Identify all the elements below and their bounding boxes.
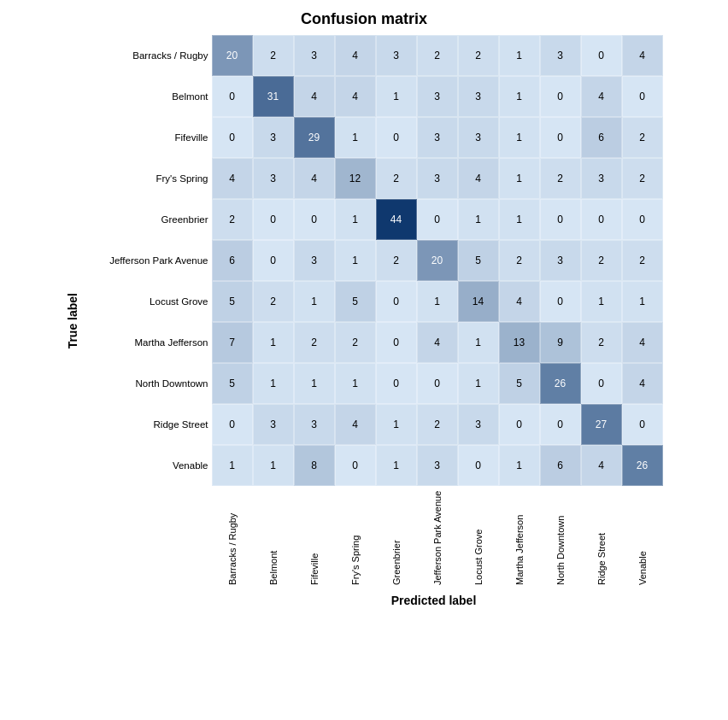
- matrix-cell: 26: [540, 363, 581, 404]
- col-label: Fifeville: [309, 486, 320, 588]
- matrix-cell: 7: [212, 322, 253, 363]
- matrix-cell: 1: [253, 322, 294, 363]
- row-label: North Downtown: [135, 363, 208, 404]
- matrix-cell: 3: [294, 35, 335, 76]
- matrix-cell: 20: [417, 240, 458, 281]
- matrix-cell: 1: [253, 445, 294, 486]
- matrix-cell: 4: [417, 322, 458, 363]
- matrix-cell: 0: [417, 199, 458, 240]
- matrix-cell: 1: [376, 404, 417, 445]
- matrix-cell: 3: [294, 404, 335, 445]
- matrix-cell: 3: [253, 117, 294, 158]
- chart-title: Confusion matrix: [301, 10, 427, 28]
- col-label: Fry's Spring: [350, 486, 361, 588]
- matrix-cell: 2: [335, 322, 376, 363]
- matrix-cell: 3: [417, 445, 458, 486]
- matrix-cell: 0: [212, 404, 253, 445]
- matrix-cell: 4: [335, 404, 376, 445]
- col-label: Venable: [637, 486, 648, 588]
- matrix-cell: 1: [581, 281, 622, 322]
- matrix-cell: 3: [458, 404, 499, 445]
- matrix-cell: 29: [294, 117, 335, 158]
- matrix-cell: 0: [622, 404, 663, 445]
- matrix-cell: 3: [376, 35, 417, 76]
- matrix-section: Barracks / RugbyBelmontFifevilleFry's Sp…: [85, 35, 663, 607]
- matrix-cell: 2: [458, 35, 499, 76]
- matrix-cell: 0: [376, 363, 417, 404]
- col-label: Jefferson Park Avenue: [432, 486, 443, 588]
- matrix-cell: 9: [540, 322, 581, 363]
- matrix-cell: 2: [417, 35, 458, 76]
- col-label: Ridge Street: [596, 486, 607, 588]
- matrix-cell: 1: [294, 281, 335, 322]
- matrix-cell: 1: [458, 363, 499, 404]
- matrix-cell: 0: [540, 199, 581, 240]
- matrix-cell: 5: [212, 281, 253, 322]
- y-axis-label: True label: [66, 293, 79, 348]
- col-label: Greenbrier: [391, 486, 402, 588]
- rows-with-labels: Barracks / RugbyBelmontFifevilleFry's Sp…: [85, 35, 663, 486]
- col-label: Barracks / Rugby: [227, 486, 238, 588]
- col-labels-section: Barracks / RugbyBelmontFifevilleFry's Sp…: [212, 486, 663, 588]
- matrix-cell: 1: [499, 445, 540, 486]
- matrix-cell: 0: [622, 76, 663, 117]
- row-labels: Barracks / RugbyBelmontFifevilleFry's Sp…: [85, 35, 208, 486]
- matrix-cell: 1: [499, 35, 540, 76]
- matrix-cell: 2: [581, 240, 622, 281]
- row-label: Barracks / Rugby: [132, 35, 208, 76]
- x-axis-label: Predicted label: [208, 594, 660, 607]
- matrix-cell: 2: [294, 322, 335, 363]
- matrix-cell: 6: [540, 445, 581, 486]
- matrix-cell: 4: [581, 445, 622, 486]
- matrix-cell: 3: [253, 158, 294, 199]
- row-label: Greenbrier: [161, 199, 208, 240]
- matrix-cell: 0: [212, 117, 253, 158]
- matrix-cell: 1: [335, 240, 376, 281]
- row-label: Locust Grove: [150, 281, 208, 322]
- matrix-cell: 0: [540, 76, 581, 117]
- matrix-cell: 1: [376, 445, 417, 486]
- matrix-cell: 2: [376, 240, 417, 281]
- matrix-cell: 0: [253, 199, 294, 240]
- matrix-cell: 27: [581, 404, 622, 445]
- chart-container: Confusion matrix True label Barracks / R…: [14, 10, 714, 711]
- matrix-cell: 4: [335, 76, 376, 117]
- matrix-cell: 1: [212, 445, 253, 486]
- row-label: Fifeville: [175, 117, 208, 158]
- matrix-cell: 2: [376, 158, 417, 199]
- matrix-cell: 0: [253, 240, 294, 281]
- matrix-cell: 3: [417, 117, 458, 158]
- matrix-cell: 13: [499, 322, 540, 363]
- matrix-cell: 3: [458, 117, 499, 158]
- row-label: Martha Jefferson: [134, 322, 208, 363]
- matrix-cell: 4: [622, 322, 663, 363]
- matrix-cell: 0: [581, 199, 622, 240]
- matrix-cell: 3: [540, 35, 581, 76]
- matrix-cell: 4: [294, 158, 335, 199]
- matrix-cell: 0: [499, 404, 540, 445]
- matrix-cell: 0: [417, 363, 458, 404]
- row-label: Ridge Street: [154, 404, 208, 445]
- matrix-cell: 0: [540, 404, 581, 445]
- matrix-cell: 8: [294, 445, 335, 486]
- matrix-cell: 0: [294, 199, 335, 240]
- matrix-cell: 3: [458, 76, 499, 117]
- matrix-cell: 2: [499, 240, 540, 281]
- matrix-cell: 4: [294, 76, 335, 117]
- matrix-cell: 4: [622, 363, 663, 404]
- matrix-cell: 1: [499, 76, 540, 117]
- matrix-cell: 1: [335, 363, 376, 404]
- matrix-cell: 3: [417, 76, 458, 117]
- matrix-cell: 5: [212, 363, 253, 404]
- matrix-cell: 2: [253, 35, 294, 76]
- matrix-cell: 0: [581, 35, 622, 76]
- matrix-cell: 4: [581, 76, 622, 117]
- matrix-cell: 0: [376, 322, 417, 363]
- matrix-cell: 1: [417, 281, 458, 322]
- row-label: Venable: [173, 445, 208, 486]
- matrix-cell: 1: [622, 281, 663, 322]
- matrix-cell: 44: [376, 199, 417, 240]
- matrix-cell: 1: [335, 199, 376, 240]
- matrix-cell: 0: [212, 76, 253, 117]
- matrix-cell: 0: [376, 117, 417, 158]
